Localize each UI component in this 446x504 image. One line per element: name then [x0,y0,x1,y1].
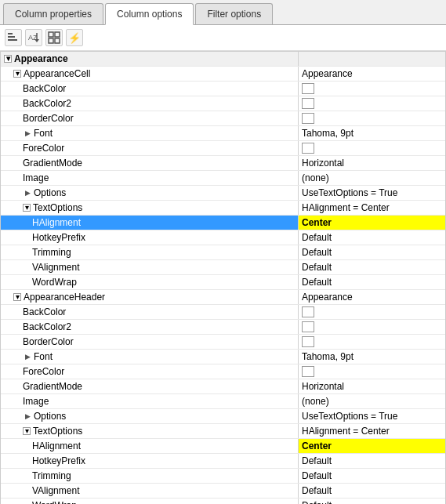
svg-rect-9 [55,38,60,43]
halignment-header-name: HAlignment [1,439,299,453]
row-options[interactable]: ▶ Options UseTextOptions = True [1,186,445,201]
collapse-appearance-header-icon[interactable]: ▾ [13,293,21,301]
appearance-header-name: ▾ AppearanceHeader [1,290,299,304]
sort-az-button[interactable]: AZ [25,29,42,46]
row-halignment[interactable]: HAlignment Center [1,216,445,230]
row-image[interactable]: Image (none) [1,171,445,186]
row-textoptions-header[interactable]: ▾ TextOptions HAlignment = Center [1,424,445,439]
toolbar: AZ ⚡ [0,25,446,51]
collapse-textoptions-icon[interactable]: ▾ [23,204,31,212]
hotkeyprefix-name: HotkeyPrefix [1,230,299,245]
appearance-header-value: Appearance [299,290,445,304]
wordwrap-name: WordWrap [1,275,299,289]
textoptions-header-value: HAlignment = Center [299,424,445,438]
forecolor-header-value [299,364,445,379]
hotkeyprefix-header-value: Default [299,454,445,468]
sort-az-icon: AZ [27,31,40,44]
svg-rect-2 [8,39,17,41]
valignment-value: Default [299,260,445,274]
collapse-appearance-cell-icon[interactable]: ▾ [13,70,21,78]
backcolor2-header-name: BackColor2 [1,320,299,334]
font-name: ▶ Font [1,126,299,140]
row-bordercolor-header[interactable]: BorderColor [1,335,445,350]
row-backcolor2-header[interactable]: BackColor2 [1,320,445,335]
halignment-header-value: Center [299,439,445,453]
backcolor2-name: BackColor2 [1,96,299,111]
options-header-name: ▶ Options [1,409,299,423]
image-header-name: Image [1,394,299,408]
backcolor2-header-value [299,320,445,334]
row-options-header[interactable]: ▶ Options UseTextOptions = True [1,409,445,424]
textoptions-value: HAlignment = Center [299,201,445,215]
expand-font-icon[interactable]: ▶ [23,129,32,138]
section-appearance[interactable]: ▾ Appearance [1,52,445,67]
row-backcolor[interactable]: BackColor [1,82,445,96]
collapse-appearance-icon[interactable]: ▾ [4,55,12,63]
bordercolor-name: BorderColor [1,111,299,125]
valignment-header-value: Default [299,484,445,498]
row-backcolor-header[interactable]: BackColor [1,305,445,320]
collapse-textoptions-header-icon[interactable]: ▾ [23,427,31,435]
row-backcolor2[interactable]: BackColor2 [1,96,445,111]
valignment-name: VAlignment [1,260,299,274]
expand-options-icon[interactable]: ▶ [23,188,32,198]
hotkeyprefix-value: Default [299,230,445,245]
forecolor-value [299,141,445,155]
trimming-name: Trimming [1,245,299,259]
row-hotkeyprefix[interactable]: HotkeyPrefix Default [1,230,445,245]
gradientmode-header-name: GradientMode [1,379,299,393]
image-name: Image [1,171,299,185]
row-forecolor-header[interactable]: ForeColor [1,364,445,379]
halignment-value: Center [299,216,445,230]
backcolor2-value [299,96,445,111]
main-container: Column properties Column options Filter … [0,0,446,504]
wordwrap-header-name: WordWrap [1,499,299,504]
expand-options-header-icon[interactable]: ▶ [23,412,32,421]
row-appearance-cell[interactable]: ▾ AppearanceCell Appearance [1,67,445,82]
gradientmode-name: GradientMode [1,156,299,170]
row-hotkeyprefix-header[interactable]: HotkeyPrefix Default [1,454,445,469]
gradientmode-header-value: Horizontal [299,379,445,393]
expand-font-header-icon[interactable]: ▶ [23,352,32,361]
row-appearance-header[interactable]: ▾ AppearanceHeader Appearance [1,290,445,305]
categorize-icon [48,31,60,44]
appearance-cell-name: ▾ AppearanceCell [1,67,299,81]
backcolor-header-value [299,305,445,319]
row-font[interactable]: ▶ Font Tahoma, 9pt [1,126,445,141]
sort-icon [7,31,20,44]
row-valignment-header[interactable]: VAlignment Default [1,484,445,499]
sort-button[interactable] [5,29,22,46]
tab-bar: Column properties Column options Filter … [0,0,446,25]
font-value: Tahoma, 9pt [299,126,445,140]
wordwrap-value: Default [299,275,445,289]
bordercolor-header-value [299,335,445,349]
row-trimming[interactable]: Trimming Default [1,245,445,260]
property-grid: ▾ Appearance ▾ AppearanceCell Appearance… [0,51,446,504]
row-image-header[interactable]: Image (none) [1,394,445,409]
row-valignment[interactable]: VAlignment Default [1,260,445,275]
appearance-cell-value: Appearance [299,67,445,81]
row-wordwrap[interactable]: WordWrap Default [1,275,445,290]
categorize-button[interactable] [45,29,63,46]
row-trimming-header[interactable]: Trimming Default [1,469,445,484]
row-halignment-header[interactable]: HAlignment Center [1,439,445,454]
row-gradientmode-header[interactable]: GradientMode Horizontal [1,379,445,394]
font-header-value: Tahoma, 9pt [299,350,445,364]
lightning-button[interactable]: ⚡ [66,29,83,46]
forecolor-name: ForeColor [1,141,299,155]
row-forecolor[interactable]: ForeColor [1,141,445,156]
svg-rect-0 [8,33,13,34]
options-name: ▶ Options [1,186,299,200]
trimming-header-name: Trimming [1,469,299,483]
row-font-header[interactable]: ▶ Font Tahoma, 9pt [1,350,445,364]
row-wordwrap-header[interactable]: WordWrap Default [1,499,445,504]
image-value: (none) [299,171,445,185]
row-textoptions[interactable]: ▾ TextOptions HAlignment = Center [1,201,445,216]
tab-filter-options[interactable]: Filter options [195,3,273,24]
row-bordercolor[interactable]: BorderColor [1,111,445,126]
tab-column-options[interactable]: Column options [105,3,194,25]
tab-column-properties[interactable]: Column properties [3,3,103,24]
row-gradientmode[interactable]: GradientMode Horizontal [1,156,445,171]
textoptions-name: ▾ TextOptions [1,201,299,215]
valignment-header-name: VAlignment [1,484,299,498]
